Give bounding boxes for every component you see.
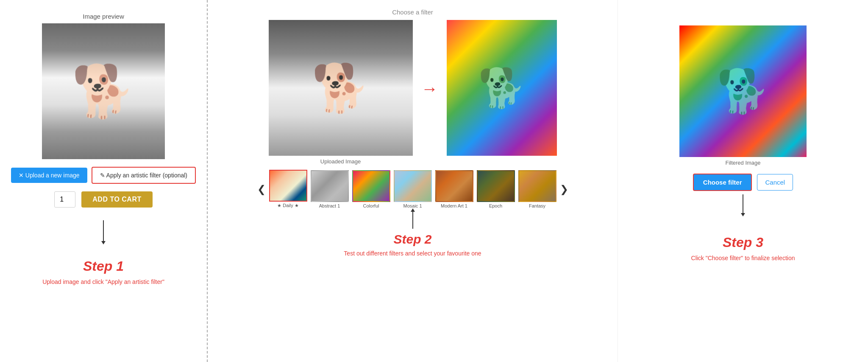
- choose-filter-button[interactable]: Choose filter: [693, 174, 752, 191]
- step1-desc: Upload image and click "Apply an artisti…: [42, 278, 164, 285]
- qty-cart-row: ADD TO CART: [54, 191, 152, 208]
- step3-label: Step 3: [723, 235, 763, 250]
- filter-thumb-label-abstract1: Abstract 1: [319, 203, 340, 208]
- filter-thumb-img-fantasy: [518, 170, 556, 202]
- filter-thumbs-row: ★ Daily ★ Abstract 1 Colorful Mosaic 1 M: [269, 170, 556, 208]
- filter-thumb-img-mosaic1: [394, 170, 432, 202]
- right-filtered-image: [679, 25, 807, 157]
- step3-arrow-line: [743, 194, 743, 213]
- middle-panel: Choose a filter Uploaded Image → ❮ ★ Dai…: [208, 0, 618, 362]
- left-panel: Image preview ✕ Upload a new image ✎ App…: [0, 0, 208, 362]
- filter-thumb-label-epoch: Epoch: [489, 203, 502, 208]
- filter-thumbs-container: ❮ ★ Daily ★ Abstract 1 Colorful Mosaic 1: [214, 170, 611, 208]
- filter-thumb-colorful[interactable]: Colorful: [352, 170, 390, 208]
- step2-label: Step 2: [393, 232, 431, 247]
- arrow-right-red: →: [413, 79, 447, 98]
- uploaded-img-bg: [269, 20, 413, 156]
- right-panel: Filtered Image Choose filter Cancel Step…: [618, 0, 868, 362]
- filter-thumb-img-daily: [269, 170, 307, 202]
- step2-arrow-line: [412, 212, 413, 229]
- filter-thumb-label-fantasy: Fantasy: [529, 203, 545, 208]
- filter-thumb-img-modernart1: [435, 170, 473, 202]
- filter-thumb-epoch[interactable]: Epoch: [477, 170, 515, 208]
- filter-button[interactable]: ✎ Apply an artistic filter (optional): [92, 167, 196, 184]
- filter-thumb-abstract1[interactable]: Abstract 1: [311, 170, 349, 208]
- quantity-input[interactable]: [54, 191, 75, 208]
- uploaded-image: [269, 20, 413, 156]
- step2-desc: Test out different filters and select yo…: [344, 250, 481, 257]
- filter-thumb-label-daily: ★ Daily ★: [277, 203, 299, 208]
- right-filtered-column: Filtered Image: [679, 25, 807, 166]
- filter-thumb-img-epoch: [477, 170, 515, 202]
- add-to-cart-button[interactable]: ADD TO CART: [81, 191, 152, 208]
- filter-thumb-label-colorful: Colorful: [363, 203, 379, 208]
- upload-button[interactable]: ✕ Upload a new image: [11, 168, 87, 183]
- images-row: Uploaded Image →: [214, 20, 611, 165]
- filter-thumb-img-colorful: [352, 170, 390, 202]
- right-filtered-image-label: Filtered Image: [725, 160, 760, 166]
- step3-arrow-container: [743, 194, 743, 213]
- choose-filter-title: Choose a filter: [392, 8, 433, 16]
- right-buttons-row: Choose filter Cancel: [693, 174, 793, 191]
- filter-thumb-label-mosaic1: Mosaic 1: [403, 203, 422, 208]
- filtered-image-middle: [447, 20, 557, 156]
- filter-thumb-label-modernart1: Modern Art 1: [441, 203, 467, 208]
- step3-desc: Click "Choose filter" to finalize select…: [691, 255, 795, 261]
- dog-image-left: [42, 23, 165, 159]
- thumb-prev-button[interactable]: ❮: [254, 183, 269, 195]
- image-preview-box: [42, 23, 165, 159]
- filtered-column: [447, 20, 557, 156]
- step1-arrow: [103, 220, 104, 241]
- step1-arrow-line: [103, 220, 104, 241]
- filter-thumb-fantasy[interactable]: Fantasy: [518, 170, 556, 208]
- filter-thumb-mosaic1[interactable]: Mosaic 1: [394, 170, 432, 208]
- uploaded-image-label: Uploaded Image: [320, 158, 361, 165]
- filter-thumb-img-abstract1: [311, 170, 349, 202]
- filter-thumb-daily[interactable]: ★ Daily ★: [269, 170, 307, 208]
- cancel-button[interactable]: Cancel: [757, 174, 793, 191]
- main-container: Image preview ✕ Upload a new image ✎ App…: [0, 0, 868, 362]
- filter-thumb-modernart1[interactable]: Modern Art 1: [435, 170, 473, 208]
- step1-label: Step 1: [83, 258, 124, 274]
- image-preview-label: Image preview: [83, 13, 124, 20]
- uploaded-column: Uploaded Image: [269, 20, 413, 165]
- thumb-next-button[interactable]: ❯: [556, 183, 572, 195]
- buttons-row: ✕ Upload a new image ✎ Apply an artistic…: [11, 167, 196, 184]
- step2-arrow-container: [412, 212, 413, 229]
